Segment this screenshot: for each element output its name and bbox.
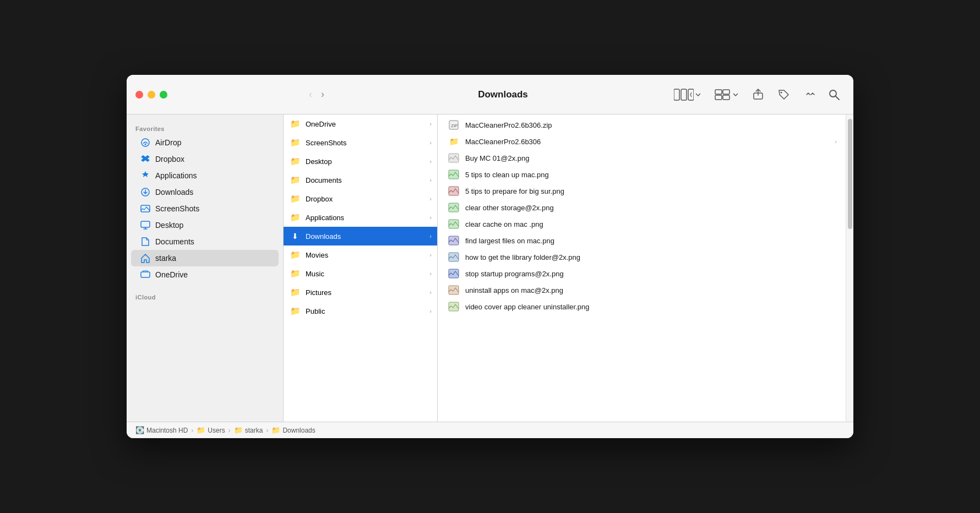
col1-public[interactable]: 📁 Public › [284,302,437,320]
svg-text:ZIP: ZIP [451,123,458,128]
traffic-lights [135,91,167,99]
sidebar-item-dropbox[interactable]: Dropbox [131,151,279,167]
svg-rect-4 [715,95,722,100]
col1-dropbox[interactable]: 📁 Dropbox › [284,189,437,208]
sidebar-item-onedrive[interactable]: OneDrive [131,266,279,283]
scrollbar-thumb[interactable] [848,119,852,229]
sidebar-item-starka[interactable]: starka [131,250,279,266]
group-button[interactable] [710,86,743,103]
forward-button[interactable]: › [318,86,328,102]
sidebar-item-desktop[interactable]: Desktop [131,217,279,233]
breadcrumb-macintosh-hd[interactable]: 💽 Macintosh HD [135,426,188,434]
applications-icon [140,170,151,181]
sidebar-item-applications[interactable]: Applications [131,167,279,184]
tag-button[interactable] [773,86,794,103]
file-panel: ZIP MacCleanerPro2.6b306.zip 📁 MacCleane… [438,114,846,422]
more-button[interactable] [798,86,819,103]
view-options-button[interactable] [669,86,706,103]
breadcrumb-users[interactable]: 📁 Users [197,426,225,434]
col1-documents[interactable]: 📁 Documents › [284,171,437,189]
sidebar-item-downloads[interactable]: Downloads [131,184,279,200]
main-area: Favorites AirDrop [127,114,853,422]
folder-icon: 📁 [289,137,301,149]
svg-line-10 [836,96,839,100]
file-item[interactable]: clear cache on mac .png [438,216,846,232]
minimize-button[interactable] [148,91,155,99]
image-red-icon [447,185,461,197]
image-icon [447,152,461,163]
icloud-header: iCloud [127,290,283,303]
svg-rect-16 [141,272,150,277]
folder-icon: 📁 [289,211,301,223]
documents-icon [140,236,151,247]
col1-pictures[interactable]: 📁 Pictures › [284,283,437,302]
svg-rect-3 [715,90,722,94]
breadcrumb-starka[interactable]: 📁 starka [234,426,263,434]
col1-music[interactable]: 📁 Music › [284,264,437,283]
close-button[interactable] [135,91,143,99]
back-button[interactable]: ‹ [306,86,315,102]
image-mixed-icon [447,285,461,296]
favorites-header: Favorites [127,121,283,134]
sidebar-toolbar-area [135,91,292,99]
col1-movies[interactable]: 📁 Movies › [284,245,437,264]
sidebar-item-screenshots[interactable]: ScreenShots [131,200,279,217]
file-item[interactable]: Buy MC 01@2x.png [438,150,846,166]
svg-rect-2 [688,89,694,100]
breadcrumb-sep-1: › [191,427,193,434]
group-chevron-icon [732,91,739,98]
downloads-folder-icon: ⬇ [289,230,301,242]
columns-view-icon [674,88,694,101]
svg-point-8 [781,91,782,93]
col1-desktop[interactable]: 📁 Desktop › [284,152,437,171]
share-icon [752,89,764,101]
file-item[interactable]: video cover app cleaner uninstaller.png [438,298,846,315]
file-item[interactable]: 5 tips to clean up mac.png [438,166,846,183]
share-button[interactable] [748,86,769,103]
breadcrumb-downloads[interactable]: 📁 Downloads [271,426,315,434]
folder-icon: 📁 [289,155,301,167]
svg-point-12 [145,144,146,145]
file-item[interactable]: ZIP MacCleanerPro2.6b306.zip [438,117,846,133]
file-item[interactable]: find largest files on mac.png [438,232,846,249]
image-darkblue-icon [447,268,461,279]
sidebar-item-documents[interactable]: Documents [131,233,279,250]
image-green2-icon [447,202,461,213]
folder-icon: 📁 [197,426,205,434]
folder-icon: 📁 [289,193,301,205]
svg-rect-5 [723,90,729,94]
scrollbar-track[interactable] [846,114,853,422]
sidebar-item-starka-label: starka [155,254,176,263]
file-item[interactable]: 5 tips to prepare for big sur.png [438,183,846,199]
file-item[interactable]: how to get the library folder@2x.png [438,249,846,265]
toolbar-actions [669,86,845,103]
tag-icon [777,89,790,101]
col1-screenshots[interactable]: 📁 ScreenShots › [284,133,437,152]
fullscreen-button[interactable] [160,91,167,99]
file-item[interactable]: stop startup programs@2x.png [438,265,846,282]
right-panel-wrapper: ZIP MacCleanerPro2.6b306.zip 📁 MacCleane… [438,114,853,422]
file-item[interactable]: uninstall apps on mac@2x.png [438,282,846,298]
col1-applications[interactable]: 📁 Applications › [284,208,437,227]
file-item[interactable]: clear other storage@2x.png [438,199,846,216]
svg-rect-15 [141,221,150,227]
col1-downloads[interactable]: ⬇ Downloads › [284,227,437,245]
image-green-icon [447,169,461,180]
svg-point-11 [141,139,149,146]
view-chevron-icon [695,91,701,98]
breadcrumb-sep-3: › [266,427,268,434]
columns-area: 📁 OneDrive › 📁 ScreenShots › 📁 Desktop ›… [284,114,853,422]
sidebar-item-airdrop[interactable]: AirDrop [131,134,279,151]
downloads-icon: 📁 [271,426,280,434]
finder-window: ‹ › Downloads [127,75,853,438]
nav-arrows: ‹ › [306,86,328,102]
file-item[interactable]: 📁 MacCleanerPro2.6b306 › [438,133,846,150]
toolbar: ‹ › Downloads [127,75,853,114]
sidebar-item-airdrop-label: AirDrop [155,138,181,147]
svg-rect-0 [674,89,679,100]
col1-onedrive[interactable]: 📁 OneDrive › [284,114,437,133]
svg-rect-6 [723,95,729,100]
search-button[interactable] [824,86,845,103]
folder-icon: 📁 [289,268,301,280]
column-1: 📁 OneDrive › 📁 ScreenShots › 📁 Desktop ›… [284,114,438,422]
